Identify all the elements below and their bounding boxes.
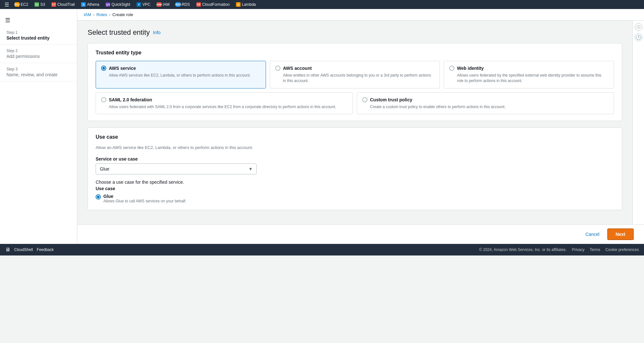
cloudformation-icon: CF — [196, 2, 201, 7]
info-circle-icon[interactable]: ⓘ — [635, 23, 642, 31]
main-content: Select trusted entity Info Trusted entit… — [77, 21, 632, 224]
trusted-entity-card: Trusted entity type AWS service Allow AW… — [88, 43, 622, 121]
bottom-right: © 2024, Amazon Web Services, Inc. or its… — [479, 247, 639, 252]
page-title: Select trusted entity Info — [88, 28, 622, 37]
radio-aws-account-circle — [275, 66, 280, 71]
aws-account-title: AWS account — [283, 66, 312, 71]
option-aws-account[interactable]: AWS account Allow entities in other AWS … — [270, 61, 440, 88]
option-web-identity[interactable]: Web identity Allows users federated by t… — [444, 61, 614, 88]
radio-web-identity-circle — [449, 66, 454, 71]
step-2-section: Step 2 Add permissions — [0, 45, 77, 63]
service-field-label: Service or use case — [96, 156, 614, 162]
web-identity-title: Web identity — [457, 66, 484, 71]
step-1-title: Select trusted entity — [6, 35, 71, 41]
aws-account-desc: Allow entities in other AWS accounts bel… — [275, 73, 435, 84]
step-3-title: Name, review, and create — [6, 72, 71, 77]
step-1-section: Step 1 Select trusted entity — [0, 26, 77, 45]
breadcrumb: IAM › Roles › Create role — [77, 9, 644, 21]
athena-icon: A — [81, 2, 86, 7]
right-panel: ⓘ 🕐 — [632, 21, 644, 224]
feedback-label[interactable]: Feedback — [37, 247, 54, 252]
nav-item-cloudtrail[interactable]: CT CloudTrail — [49, 2, 77, 7]
rds-icon: RDS — [176, 2, 180, 7]
nav-item-quicksight[interactable]: QS QuickSight — [103, 2, 133, 7]
privacy-link[interactable]: Privacy — [572, 247, 584, 252]
use-case-instruction: Choose a use case for the specified serv… — [96, 180, 614, 185]
bottom-bar: 🖥 CloudShell Feedback © 2024, Amazon Web… — [0, 244, 644, 255]
option-custom-trust[interactable]: Custom trust policy Create a custom trus… — [357, 92, 614, 115]
nav-item-ec2[interactable]: EC2 EC2 — [12, 2, 31, 7]
nav-item-athena[interactable]: A Athena — [79, 2, 102, 7]
cancel-button[interactable]: Cancel — [582, 230, 603, 239]
copyright-text: © 2024, Amazon Web Services, Inc. or its… — [479, 247, 567, 252]
saml-title: SAML 2.0 federation — [109, 97, 152, 102]
vpc-icon: V — [137, 2, 141, 7]
cloudshell-icon: 🖥 — [5, 247, 10, 253]
bottom-left: 🖥 CloudShell Feedback — [5, 247, 54, 253]
radio-custom-trust-circle — [362, 97, 367, 102]
service-select-wrapper: Glue ▼ — [96, 163, 257, 174]
step-2-title: Add permissions — [6, 54, 71, 59]
step-1-label: Step 1 — [6, 30, 71, 35]
nav-menu-button[interactable]: ☰ — [3, 1, 11, 8]
breadcrumb-iam[interactable]: IAM — [84, 12, 91, 17]
glue-use-case-title: Glue — [103, 194, 186, 199]
trusted-entity-title: Trusted entity type — [96, 50, 614, 56]
nav-item-lambda[interactable]: λ Lambda — [233, 2, 258, 7]
lambda-icon: λ — [236, 2, 241, 7]
ec2-icon: EC2 — [15, 2, 19, 7]
step-3-section: Step 3 Name, review, and create — [0, 63, 77, 81]
nav-item-rds[interactable]: RDS RDS — [173, 2, 192, 7]
radio-saml-circle — [101, 97, 106, 102]
quicksight-icon: QS — [106, 2, 110, 7]
cloudshell-label[interactable]: CloudShell — [14, 247, 33, 252]
aws-service-desc: Allow AWS services like EC2, Lambda, or … — [101, 73, 260, 78]
use-case-card: Use case Allow an AWS service like EC2, … — [88, 127, 622, 210]
breadcrumb-current: Create role — [112, 12, 133, 17]
saml-desc: Allow users federated with SAML 2.0 from… — [101, 104, 347, 110]
custom-trust-desc: Create a custom trust policy to enable o… — [362, 104, 609, 110]
option-aws-service[interactable]: AWS service Allow AWS services like EC2,… — [96, 61, 266, 88]
glue-use-case-desc: Allows Glue to call AWS services on your… — [103, 199, 186, 203]
nav-item-cloudformation[interactable]: CF CloudFormation — [194, 2, 232, 7]
top-navigation: ☰ EC2 EC2 S3 S3 CT CloudTrail A Athena Q… — [0, 0, 644, 9]
iam-icon: IAM — [157, 2, 161, 7]
breadcrumb-roles[interactable]: Roles — [96, 12, 107, 17]
radio-glue-circle — [96, 194, 101, 199]
s3-icon: S3 — [34, 2, 39, 7]
aws-service-title: AWS service — [109, 66, 136, 71]
web-identity-desc: Allows users federated by the specified … — [449, 73, 609, 84]
footer-actions: Cancel Next — [77, 224, 644, 244]
nav-item-vpc[interactable]: V VPC — [134, 2, 153, 7]
step-3-label: Step 3 — [6, 67, 71, 71]
use-case-subtitle: Allow an AWS service like EC2, Lambda, o… — [96, 145, 614, 150]
service-select[interactable]: Glue — [96, 163, 257, 174]
custom-trust-title: Custom trust policy — [370, 97, 412, 102]
radio-aws-service-circle — [101, 66, 106, 71]
nav-item-s3[interactable]: S3 S3 — [32, 2, 48, 7]
info-link[interactable]: Info — [153, 30, 160, 35]
nav-item-iam[interactable]: IAM IAM — [154, 2, 172, 7]
option-saml[interactable]: SAML 2.0 federation Allow users federate… — [96, 92, 353, 115]
breadcrumb-sep-2: › — [109, 12, 110, 17]
next-button[interactable]: Next — [607, 228, 634, 240]
step-2-label: Step 2 — [6, 49, 71, 53]
breadcrumb-sep-1: › — [93, 12, 94, 17]
use-case-title: Use case — [96, 134, 614, 140]
use-case-label: Use case — [96, 186, 614, 191]
use-case-radio-option[interactable]: Glue Allows Glue to call AWS services on… — [96, 194, 614, 203]
sidebar: ☰ Step 1 Select trusted entity Step 2 Ad… — [0, 9, 77, 244]
clock-icon[interactable]: 🕐 — [635, 33, 642, 41]
trusted-entity-options-row2: SAML 2.0 federation Allow users federate… — [96, 92, 614, 115]
cookie-link[interactable]: Cookie preferences — [605, 247, 639, 252]
sidebar-menu-button[interactable]: ☰ — [0, 14, 77, 26]
terms-link[interactable]: Terms — [590, 247, 600, 252]
cloudtrail-icon: CT — [52, 2, 56, 7]
trusted-entity-options: AWS service Allow AWS services like EC2,… — [96, 61, 614, 88]
